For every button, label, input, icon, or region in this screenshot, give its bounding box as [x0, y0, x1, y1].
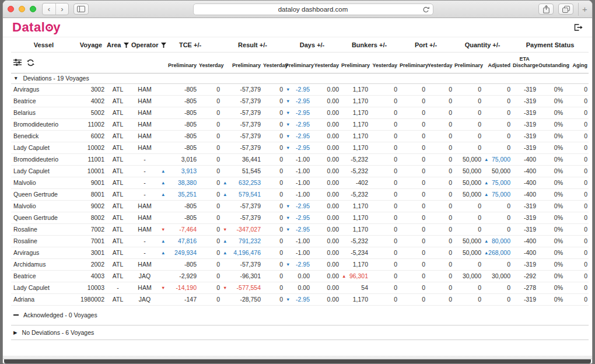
cell-number: 0	[422, 156, 425, 163]
cell-value: ▲4,196,476	[221, 247, 262, 258]
table-row[interactable]: Beatrice4003ATLJAQ-2,9290-96,30100.000.0…	[11, 270, 589, 282]
column-settings-button[interactable]	[13, 59, 22, 66]
column-group-days-[interactable]: Days +/-	[284, 37, 340, 52]
table-row[interactable]: Rosaline7001ATL-▲47,8160▲791,2320-1.000.…	[11, 235, 589, 247]
table-row[interactable]: Belarius5002ATLHAM-8050-57,3790▼-2.950.0…	[11, 107, 589, 118]
column-group-port-[interactable]: Port +/-	[398, 37, 453, 52]
subheader-preliminary[interactable]: Preliminary	[284, 52, 311, 74]
cell-number: -805	[184, 214, 197, 221]
subheader-preliminary[interactable]: Preliminary	[221, 52, 262, 74]
empty-group-dash-icon[interactable]	[13, 314, 19, 316]
cell-value: 50,000	[482, 165, 512, 177]
section-deviations[interactable]: ▼Deviations - 19 Voyages	[11, 73, 589, 83]
cell-value: 0	[482, 293, 512, 305]
table-row[interactable]: Queen Gertrude8002ATLHAM-8050-57,3790▼-2…	[11, 212, 589, 223]
subheader-adjusted[interactable]: Adjusted	[482, 52, 512, 74]
filter-icon[interactable]	[124, 43, 129, 48]
reload-icon[interactable]	[422, 6, 429, 15]
cell-value: 0.00	[311, 118, 340, 130]
cell-value: -805	[159, 142, 198, 153]
subheader-preliminary[interactable]: Preliminary	[159, 52, 198, 74]
subheader-eta-discharge[interactable]: ETA Discharge	[512, 52, 537, 74]
minimize-window-button[interactable]	[19, 6, 25, 12]
cell-value: 0	[262, 223, 284, 235]
expand-triangle-icon[interactable]: ▶	[13, 330, 18, 335]
column-group-result-[interactable]: Result +/-	[221, 37, 284, 52]
table-row[interactable]: Adriana1980002ATLJAQ-1470-28,7500▼-2.950…	[11, 293, 589, 305]
subheader-preliminary[interactable]: Preliminary	[398, 52, 426, 74]
subheader-yesterday[interactable]: Yesterday	[426, 52, 453, 74]
cell-voyage: 6002	[76, 130, 106, 142]
cell-number: 0%	[554, 191, 563, 198]
cell-value: 0	[453, 258, 482, 270]
table-row[interactable]: Malvolio9001ATL-▲38,3800▲632,2530-1.000.…	[11, 177, 589, 188]
cell-value: 0.00	[311, 293, 340, 305]
tab-overview-button[interactable]	[558, 4, 573, 15]
table-row[interactable]: Beatrice4002ATLHAM-8050-57,3790▼-2.950.0…	[11, 95, 589, 107]
arrow-down-icon: ▼	[286, 227, 290, 232]
close-window-button[interactable]	[8, 6, 14, 12]
cell-value: 0	[426, 188, 453, 200]
subheader-yesterday[interactable]: Yesterday	[198, 52, 221, 74]
table-row[interactable]: Lady Capulet10001ATL-▲3,913051,5450-1.00…	[11, 165, 589, 177]
filter-icon[interactable]	[161, 43, 166, 48]
table-row[interactable]: Rosaline7002ATLHAM▼-7,4640▼-347,0270▼-2.…	[11, 223, 589, 235]
cell-number: 0.00	[327, 214, 339, 221]
column-group-bunkers-[interactable]: Bunkers +/-	[340, 37, 398, 52]
logout-button[interactable]	[574, 24, 583, 31]
back-button[interactable]: ‹	[43, 4, 55, 15]
logout-icon	[574, 24, 583, 31]
arrow-up-icon: ▲	[161, 192, 165, 197]
table-row[interactable]: Queen Gertrude8001ATL-▲35,2510▲579,5410-…	[11, 188, 589, 200]
sidebar-toggle-button[interactable]	[74, 4, 89, 15]
forward-button[interactable]: ›	[55, 4, 68, 15]
cell-number: 0	[279, 121, 283, 128]
subheader-preliminary[interactable]: Preliminary	[340, 52, 369, 74]
cell-area: ATL	[106, 200, 130, 212]
cell-number: -96,301	[240, 272, 261, 279]
cell-value: ▲632,253	[221, 177, 262, 188]
column-header-area[interactable]: Area	[106, 37, 130, 52]
cell-value: 0	[564, 165, 589, 177]
column-group-quantity-[interactable]: Quantity +/-	[453, 37, 512, 52]
cell-number: 0	[449, 261, 452, 268]
cell-value: ▼-2.95	[284, 212, 311, 223]
table-row[interactable]: Bromodideuterio11001ATL-3,016036,4410-1.…	[11, 153, 589, 165]
new-tab-button[interactable]: +	[578, 3, 587, 16]
table-row[interactable]: Lady Capulet10002ATLHAM-8050-57,3790▼-2.…	[11, 142, 589, 153]
subheader-preliminary[interactable]: Preliminary	[453, 52, 482, 74]
column-group-payment-status[interactable]: Payment Status	[512, 37, 589, 52]
collapse-triangle-icon[interactable]: ▼	[13, 75, 18, 81]
table-row[interactable]: Bromodideuterio11002ATLHAM-8050-57,3790▼…	[11, 118, 589, 130]
table-row[interactable]: Archidamus2002ATLHAM-8050-57,3790▼-2.950…	[11, 258, 589, 270]
refresh-button[interactable]	[27, 59, 34, 66]
share-button[interactable]	[538, 4, 554, 15]
column-header-vessel[interactable]: Vessel	[11, 37, 76, 52]
cell-number: 0	[279, 214, 283, 221]
cell-number: 0	[216, 144, 220, 151]
cell-number: 0	[422, 179, 425, 186]
subheader-yesterday[interactable]: Yesterday	[369, 52, 398, 74]
table-row[interactable]: Arviragus3001ATL-▲249,9340▲4,196,4760-1.…	[11, 247, 589, 258]
column-header-voyage[interactable]: Voyage	[76, 37, 106, 52]
cell-value: 0	[453, 118, 482, 130]
table-row[interactable]: Malvolio9002ATLHAM-8050-57,3790▼-2.950.0…	[11, 200, 589, 212]
cell-value: 1,170	[340, 293, 369, 305]
table-row[interactable]: Benedick6002ATLHAM-8050-57,3790▼-2.950.0…	[11, 130, 589, 142]
cell-number: -402	[356, 179, 368, 186]
cell-value: 0	[398, 83, 426, 95]
url-field[interactable]: dataloy dashboard.com	[193, 4, 433, 15]
table-row[interactable]: Arviragus3002ATLHAM-8050-57,3790▼-2.950.…	[11, 83, 589, 95]
table-row[interactable]: Lady Capulet10003-HAM▼-14,1900▼-577,5540…	[11, 282, 589, 293]
cell-value: -57,379	[221, 142, 262, 153]
subheader-yesterday[interactable]: Yesterday	[262, 52, 284, 74]
subheader-outstanding[interactable]: Outstanding	[537, 52, 564, 74]
cell-number: 0	[584, 226, 587, 233]
section-no-deviations[interactable]: ▶No Deviations - 6 Voyages	[11, 325, 589, 340]
cell-value: -96,301	[221, 270, 262, 282]
column-group-tce-[interactable]: TCE +/-	[159, 37, 221, 52]
zoom-window-button[interactable]	[30, 6, 36, 12]
subheader-yesterday[interactable]: Yesterday	[311, 52, 340, 74]
column-header-operator[interactable]: Operator	[130, 37, 159, 52]
section-acknowledged[interactable]: Acknowledged - 0 Voyages	[11, 305, 589, 325]
